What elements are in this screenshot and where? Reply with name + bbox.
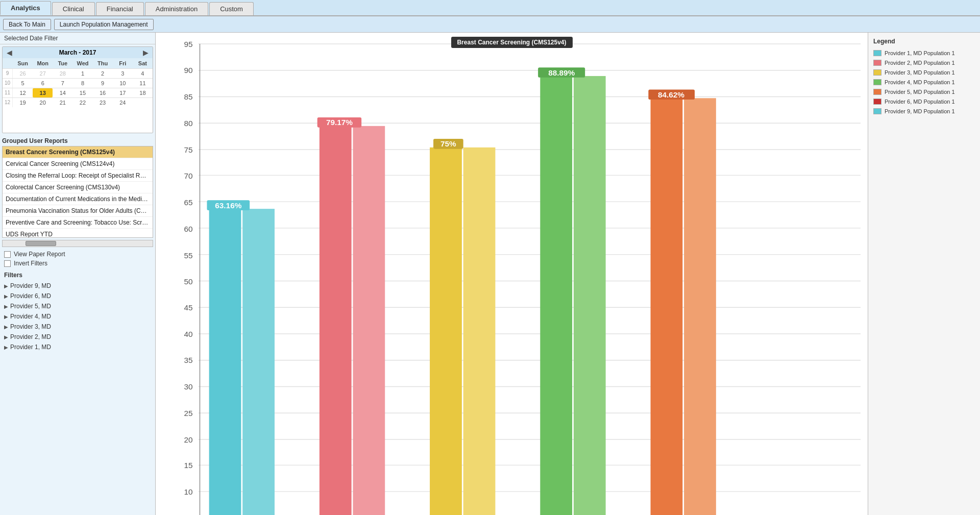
cal-day[interactable]: 21 [53, 98, 72, 107]
legend-item-1: Provider 1, MD Population 1 [873, 50, 975, 56]
tab-custom-label: Custom [220, 5, 243, 13]
svg-text:70: 70 [184, 171, 192, 180]
filter-item-provider4[interactable]: ▶ Provider 4, MD [4, 311, 151, 322]
tab-clinical[interactable]: Clinical [52, 2, 95, 15]
reports-section: Grouped User Reports Breast Cancer Scree… [0, 135, 155, 239]
cal-day[interactable]: 28 [53, 69, 72, 78]
bar-p3-2[interactable] [463, 148, 496, 515]
cal-day[interactable]: 11 [133, 79, 153, 88]
calendar-next-button[interactable]: ▶ [143, 48, 149, 57]
svg-text:95: 95 [184, 40, 192, 48]
cal-day[interactable]: 14 [53, 88, 72, 97]
report-item-8[interactable]: UDS Report YTD [3, 229, 153, 238]
cal-day[interactable]: 19 [13, 98, 33, 107]
bar-p2-2[interactable] [353, 126, 385, 515]
svg-text:55: 55 [184, 251, 192, 260]
legend-panel: Legend Provider 1, MD Population 1 Provi… [868, 33, 980, 515]
calendar-week-12: 12 19 20 21 22 23 24 [3, 97, 153, 107]
legend-color-7 [873, 108, 881, 114]
chart-container: 95 90 85 80 75 70 65 60 55 50 45 40 35 3… [156, 33, 868, 515]
cal-day[interactable]: 20 [33, 98, 53, 107]
bar-p3-1[interactable] [430, 148, 462, 515]
cal-day[interactable]: 5 [13, 79, 33, 88]
calendar-prev-button[interactable]: ◀ [7, 48, 12, 57]
tab-administration[interactable]: Administration [145, 2, 208, 15]
bar-p5-2[interactable] [684, 98, 716, 515]
filter-item-provider5[interactable]: ▶ Provider 5, MD [4, 301, 151, 311]
filter-expand-icon: ▶ [4, 324, 8, 330]
cal-day[interactable]: 8 [72, 79, 92, 88]
cal-day[interactable]: 3 [113, 69, 133, 78]
legend-item-6: Provider 6, MD Population 1 [873, 99, 975, 105]
report-item-1[interactable]: Breast Cancer Screening (CMS125v4) [3, 146, 153, 158]
cal-day[interactable]: 15 [72, 88, 92, 97]
filter-item-provider2[interactable]: ▶ Provider 2, MD [4, 332, 151, 342]
legend-title: Legend [873, 38, 975, 45]
invert-filters-checkbox[interactable] [4, 260, 11, 267]
report-item-4[interactable]: Colorectal Cancer Screening (CMS130v4) [3, 182, 153, 193]
cal-day[interactable]: 27 [33, 69, 53, 78]
cal-day[interactable]: 17 [113, 88, 133, 97]
cal-day[interactable]: 7 [53, 79, 72, 88]
filter-item-provider1[interactable]: ▶ Provider 1, MD [4, 342, 151, 352]
bar-p4-2[interactable] [574, 76, 606, 515]
svg-text:65: 65 [184, 198, 192, 207]
svg-text:88.89%: 88.89% [548, 68, 575, 77]
launch-population-mgmt-button[interactable]: Launch Population Management [54, 19, 154, 30]
svg-text:50: 50 [184, 277, 192, 286]
cal-day[interactable]: 18 [133, 88, 153, 97]
bar-p2-1[interactable] [320, 126, 352, 515]
chart-tooltip: Breast Cancer Screening (CMS125v4) [451, 37, 572, 48]
bar-p4-1[interactable] [540, 76, 572, 515]
svg-text:35: 35 [184, 356, 192, 364]
legend-item-7: Provider 9, MD Population 1 [873, 108, 975, 114]
view-paper-report-checkbox[interactable] [4, 251, 11, 258]
calendar-week-11: 11 12 13 14 15 16 17 18 [3, 88, 153, 97]
tab-custom[interactable]: Custom [209, 2, 254, 15]
cal-day[interactable]: 12 [13, 88, 33, 97]
report-item-2[interactable]: Cervical Cancer Screening (CMS124v4) [3, 158, 153, 170]
options-section: View Paper Report Invert Filters [0, 248, 155, 269]
tab-financial-label: Financial [107, 5, 133, 13]
report-item-5[interactable]: Documentation of Current Medications in … [3, 193, 153, 205]
calendar-week-10: 10 5 6 7 8 9 10 11 [3, 78, 153, 88]
date-filter-label: Selected Date Filter [0, 33, 155, 44]
filter-item-provider3[interactable]: ▶ Provider 3, MD [4, 322, 151, 332]
horizontal-scrollbar[interactable] [2, 240, 153, 247]
cal-day[interactable]: 1 [72, 69, 92, 78]
report-item-6[interactable]: Pneumonia Vaccination Status for Older A… [3, 205, 153, 217]
cal-day[interactable]: 23 [93, 98, 113, 107]
tab-financial[interactable]: Financial [96, 2, 144, 15]
svg-text:84.62%: 84.62% [658, 90, 684, 99]
filter-expand-icon: ▶ [4, 304, 8, 309]
invert-filters-option[interactable]: Invert Filters [4, 260, 151, 267]
cal-day[interactable]: 24 [113, 98, 133, 107]
view-paper-report-option[interactable]: View Paper Report [4, 251, 151, 258]
cal-day-today[interactable]: 13 [33, 88, 53, 97]
report-item-7[interactable]: Preventive Care and Screening: Tobacco U… [3, 217, 153, 229]
cal-day[interactable]: 4 [133, 69, 153, 78]
back-to-main-button[interactable]: Back To Main [3, 19, 51, 30]
svg-text:45: 45 [184, 303, 192, 312]
cal-day[interactable]: 10 [113, 79, 133, 88]
cal-day[interactable]: 6 [33, 79, 53, 88]
cal-day[interactable]: 9 [93, 79, 113, 88]
legend-item-2: Provider 2, MD Population 1 [873, 60, 975, 66]
filter-item-provider6[interactable]: ▶ Provider 6, MD [4, 291, 151, 301]
cal-day[interactable]: 16 [93, 88, 113, 97]
tab-clinical-label: Clinical [63, 5, 84, 13]
bar-p1-2[interactable] [242, 209, 275, 515]
legend-color-6 [873, 99, 881, 105]
cal-day[interactable]: 22 [72, 98, 92, 107]
cal-day[interactable]: 26 [13, 69, 33, 78]
legend-color-3 [873, 69, 881, 76]
filter-expand-icon: ▶ [4, 314, 8, 320]
cal-day[interactable]: 2 [93, 69, 113, 78]
tab-analytics[interactable]: Analytics [0, 1, 51, 15]
bar-p5-1[interactable] [651, 98, 683, 515]
report-item-3[interactable]: Closing the Referral Loop: Receipt of Sp… [3, 170, 153, 182]
filter-item-provider9[interactable]: ▶ Provider 9, MD [4, 281, 151, 291]
legend-color-4 [873, 79, 881, 85]
bar-p1-1[interactable] [209, 209, 241, 515]
svg-text:75: 75 [184, 145, 192, 154]
